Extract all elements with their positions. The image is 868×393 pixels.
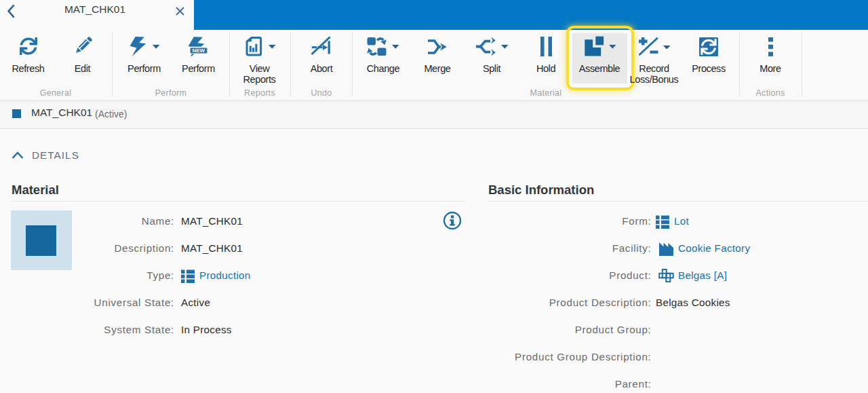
svg-text:NEW: NEW (192, 48, 205, 54)
